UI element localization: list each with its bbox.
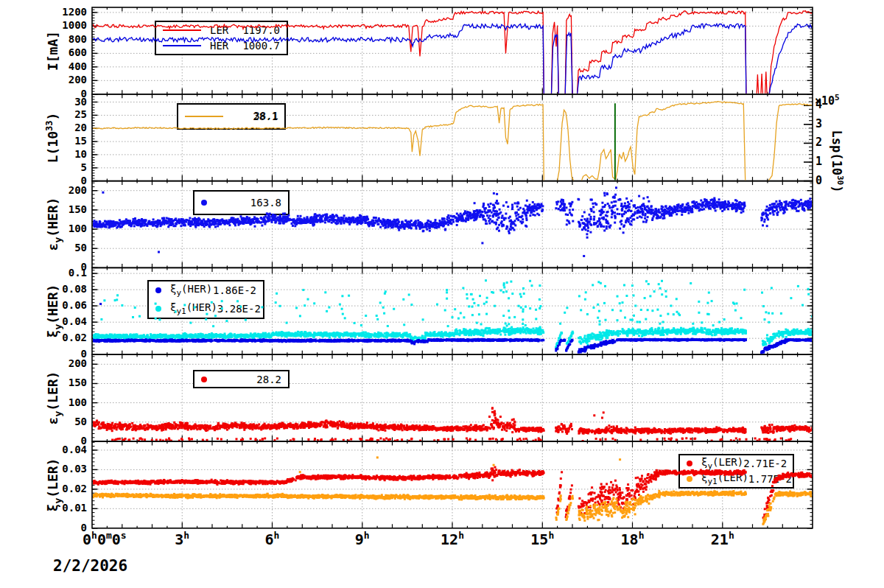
x-tick-label: 3h (158, 530, 206, 548)
accelerator-status-figure: LER 1197.0 HER 1000.7 38.1 28.1 163.8 ξy… (0, 0, 884, 588)
xi1-her-label: ξy1(HER) (170, 301, 217, 316)
xi1-her-value: 3.28E-2 (217, 303, 261, 315)
emittance-ler-marker (201, 377, 207, 382)
xi1-her-marker (155, 306, 161, 312)
emittance-her-value: 163.8 (250, 197, 281, 209)
legend-row-xi1-ler: ξy1(LER) 1.77E-2 (680, 472, 793, 486)
legend-row-emittance-ler: 28.2 (194, 374, 288, 385)
xi1-ler-label: ξy1(LER) (701, 472, 748, 486)
legend-row-emittance-her: 163.8 (194, 197, 288, 209)
legend-row-ler: LER 1197.0 (156, 24, 287, 36)
xi1-ler-marker (687, 476, 692, 482)
legend-row-her: HER 1000.7 (156, 40, 287, 52)
xi-ler-value: 2.71E-2 (743, 458, 787, 469)
ler-line-swatch (163, 29, 201, 31)
ler-value: 1197.0 (242, 24, 280, 36)
luminosity-value-overlap: 38.1 (253, 110, 278, 122)
date-label: 2/2/2026 (53, 557, 127, 575)
xi-ler-label: ξy(LER) (701, 456, 743, 471)
legend-xi-ler: ξy(LER) 2.71E-2 ξy1(LER) 1.77E-2 (678, 454, 794, 489)
xi1-ler-value: 1.77E-2 (748, 473, 792, 485)
xi-ler-marker (687, 461, 692, 466)
grid-layer (0, 0, 884, 588)
x-tick-label: 9h (339, 530, 386, 548)
x-tick-label: 6h (249, 530, 296, 548)
x-origin-label: 0h0m0s (83, 530, 127, 548)
luminosity-line-swatch (185, 116, 223, 117)
legend-beam-current: LER 1197.0 HER 1000.7 (155, 21, 288, 55)
legend-row-luminosity: 38.1 28.1 (178, 111, 284, 122)
legend-emittance-ler: 28.2 (193, 370, 290, 388)
x-tick-label: 12h (429, 530, 476, 548)
xi-her-marker (155, 287, 161, 293)
xi-her-value: 1.86E-2 (213, 284, 256, 296)
legend-row-xi-her: ξy(HER) 1.86E-2 (149, 283, 263, 298)
legend-row-xi1-her: ξy1(HER) 3.28E-2 (149, 301, 263, 316)
her-line-swatch (163, 45, 201, 46)
legend-luminosity: 38.1 28.1 (177, 103, 286, 130)
xi-her-label: ξy(HER) (170, 283, 212, 298)
legend-emittance-her: 163.8 (193, 190, 290, 215)
her-value: 1000.7 (242, 40, 280, 52)
luminosity-value: 38.1 28.1 (253, 111, 278, 122)
emittance-her-marker (201, 200, 207, 206)
her-label: HER (210, 40, 228, 52)
x-tick-label: 15h (519, 530, 566, 548)
x-tick-label: 21h (699, 530, 746, 548)
legend-xi-her: ξy(HER) 1.86E-2 ξy1(HER) 3.28E-2 (147, 280, 264, 319)
emittance-ler-value: 28.2 (256, 374, 281, 385)
y-title-xi-ler: ξy(LER) (44, 433, 62, 536)
right-axis-title-lsp: Lsp(1030) (829, 98, 845, 225)
legend-row-xi-ler: ξy(LER) 2.71E-2 (680, 456, 793, 471)
ler-label: LER (210, 24, 228, 36)
x-tick-label: 18h (609, 530, 656, 548)
